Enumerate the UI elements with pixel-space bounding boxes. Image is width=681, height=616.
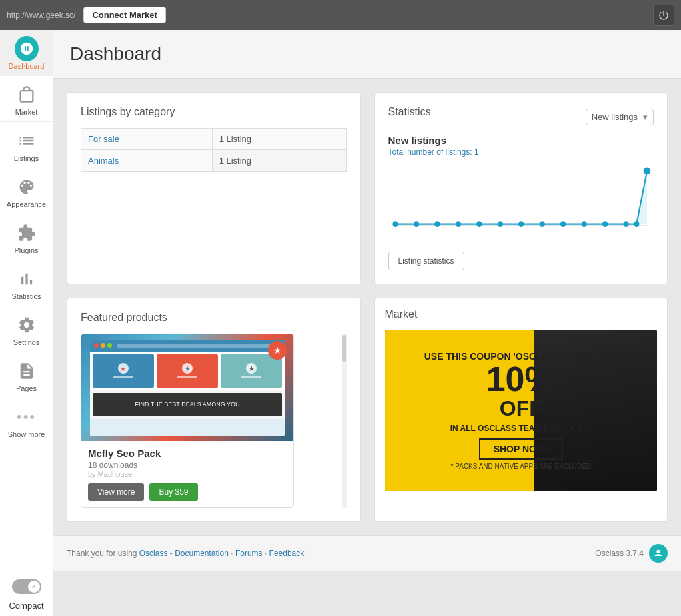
sidebar-market-label: Market — [15, 108, 38, 116]
stats-dropdown[interactable]: New listings ▾ — [586, 109, 654, 125]
show-more-icon: ••• — [15, 405, 39, 429]
sidebar-item-pages[interactable]: Pages — [0, 352, 53, 398]
count-cell: 1 Listing — [212, 150, 346, 172]
footer-docs-link[interactable]: Documentation — [175, 549, 229, 558]
category-cell[interactable]: Animals — [81, 150, 213, 172]
sidebar-show-more-label: Show more — [8, 430, 45, 438]
footer: Thank you for using Osclass - Documentat… — [53, 535, 681, 571]
power-button[interactable] — [653, 5, 674, 26]
buy-button[interactable]: Buy $59 — [149, 483, 197, 501]
svg-point-10 — [539, 221, 544, 227]
statistics-icon — [15, 267, 39, 291]
ad-line2: IN ALL OSCLASS TEAM PRODUCTS* — [398, 424, 644, 433]
listings-icon — [15, 129, 39, 153]
svg-point-3 — [392, 221, 398, 227]
sidebar-item-statistics[interactable]: Statistics — [0, 260, 53, 306]
dashboard-icon — [15, 37, 39, 61]
svg-point-14 — [623, 221, 628, 227]
appearance-icon — [15, 175, 39, 199]
footer-feedback-link[interactable]: Feedback — [269, 549, 305, 558]
svg-point-5 — [434, 221, 440, 227]
footer-osclass-link[interactable]: Osclass — [139, 549, 168, 558]
sidebar-plugins-label: Plugins — [14, 246, 38, 254]
svg-point-13 — [602, 221, 607, 227]
featured-products-list: ★ ★ ★ — [81, 334, 347, 508]
market-card-title: Market — [385, 308, 658, 320]
sidebar-item-dashboard[interactable]: Dashboard — [0, 30, 53, 76]
listings-by-category-title: Listings by category — [81, 106, 347, 118]
svg-point-7 — [476, 221, 482, 227]
product-image: ★ ★ ★ — [81, 334, 293, 441]
main-content: Dashboard Listings by category For sale … — [53, 30, 681, 616]
sidebar-settings-label: Settings — [13, 338, 40, 346]
footer-version: Osclass 3.7.4 — [595, 549, 644, 558]
footer-left: Thank you for using Osclass - Documentat… — [67, 549, 304, 558]
connect-market-button[interactable]: Connect Market — [83, 7, 166, 23]
sidebar-item-plugins[interactable]: Plugins — [0, 214, 53, 260]
shop-now-button[interactable]: SHOP NOW! — [479, 438, 563, 460]
footer-forums-link[interactable]: Forums — [235, 549, 263, 558]
footer-right: Osclass 3.7.4 — [595, 544, 668, 563]
view-more-button[interactable]: View more — [88, 483, 144, 501]
svg-point-9 — [518, 221, 524, 227]
product-downloads: 18 downloads — [88, 460, 287, 470]
scrollbar[interactable] — [342, 334, 347, 508]
category-cell[interactable]: For sale — [81, 129, 213, 150]
stats-total: Total number of listings: 1 — [388, 147, 654, 157]
chevron-down-icon: ▾ — [643, 112, 648, 122]
sidebar-item-settings[interactable]: Settings — [0, 306, 53, 352]
market-icon — [15, 83, 39, 107]
count-cell: 1 Listing — [212, 129, 346, 150]
product-author: by Madhouse — [88, 470, 287, 478]
featured-products-title: Featured products — [81, 312, 347, 324]
statistics-chart — [388, 164, 654, 244]
plugins-icon — [15, 221, 39, 245]
sidebar-bottom: ✕ Compact — [0, 573, 53, 616]
table-row: Animals 1 Listing — [81, 150, 347, 172]
ad-off: OFF — [398, 396, 644, 421]
url-display: http://www.geek.sc/ — [7, 11, 75, 20]
footer-sep1: - — [170, 549, 173, 558]
product-name: Mcfly Seo Pack — [88, 448, 287, 459]
market-ad: USE THIS COUPON 'OSCLASS10' AND GET 10% … — [385, 330, 658, 491]
page-header: Dashboard — [53, 30, 681, 79]
sidebar-statistics-label: Statistics — [11, 292, 41, 300]
sidebar-item-show-more[interactable]: ••• Show more — [0, 398, 53, 444]
compact-label: Compact — [0, 601, 53, 616]
svg-point-6 — [455, 221, 460, 227]
topbar: http://www.geek.sc/ Connect Market — [0, 0, 681, 30]
product-item: ★ ★ ★ — [81, 334, 294, 508]
svg-point-12 — [581, 221, 586, 227]
content-grid: Listings by category For sale 1 Listing … — [53, 79, 681, 535]
scroll-thumb — [342, 335, 346, 362]
compact-toggle[interactable]: ✕ — [0, 573, 53, 601]
sidebar-item-appearance[interactable]: Appearance — [0, 168, 53, 214]
page-title: Dashboard — [70, 43, 664, 65]
featured-products-card: Featured products — [67, 298, 361, 522]
toggle-track: ✕ — [12, 579, 41, 594]
ad-note: * PACKS AND NATIVE APPS ARE EXCLUDED — [398, 463, 644, 470]
power-icon — [658, 9, 670, 21]
sidebar-item-market[interactable]: Market — [0, 76, 53, 122]
svg-point-8 — [497, 221, 502, 227]
sidebar-item-listings[interactable]: Listings — [0, 122, 53, 168]
table-row: For sale 1 Listing — [81, 129, 347, 150]
ad-content: USE THIS COUPON 'OSCLASS10' AND GET 10% … — [385, 344, 658, 477]
statistics-card: Statistics New listings ▾ New listings T… — [374, 92, 668, 284]
featured-badge: ★ — [268, 341, 287, 360]
sidebar-pages-label: Pages — [16, 384, 37, 392]
svg-point-11 — [560, 221, 565, 227]
main-layout: Dashboard Market Listings Appearance Plu — [0, 30, 681, 616]
sidebar-appearance-label: Appearance — [7, 200, 46, 208]
stats-total-value: 1 — [474, 147, 479, 157]
stats-subtitle: New listings — [388, 135, 654, 146]
toggle-thumb: ✕ — [28, 581, 40, 593]
sidebar: Dashboard Market Listings Appearance Plu — [0, 30, 53, 616]
pages-icon — [15, 359, 39, 383]
footer-sep2: · — [231, 549, 233, 558]
sidebar-dashboard-label: Dashboard — [9, 62, 45, 70]
product-actions: View more Buy $59 — [88, 483, 287, 501]
footer-logo — [649, 544, 668, 563]
listing-statistics-button[interactable]: Listing statistics — [388, 252, 464, 270]
settings-icon — [15, 313, 39, 337]
